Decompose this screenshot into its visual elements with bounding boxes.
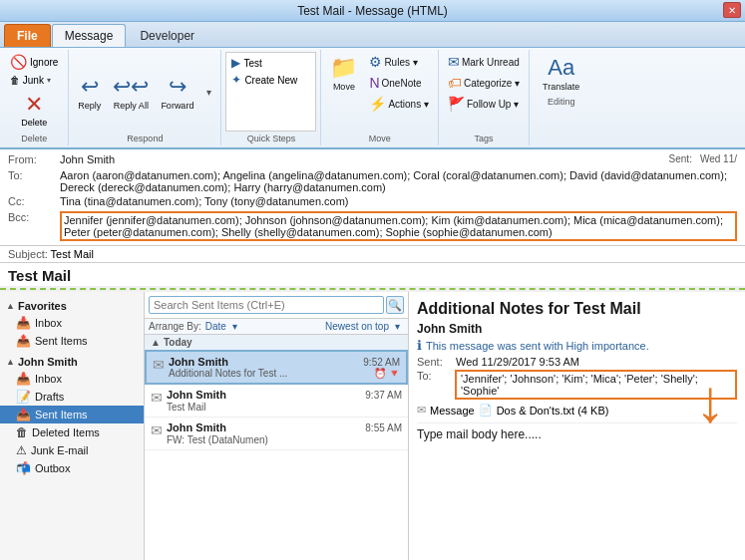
favorites-group[interactable]: ▲ Favorites	[0, 298, 144, 314]
tab-file[interactable]: File	[4, 24, 51, 47]
sidebar-item-js-inbox[interactable]: 📥 Inbox	[0, 370, 144, 388]
bcc-highlight: Jennifer (jennifer@datanumen.com); Johns…	[60, 211, 737, 241]
reminder-icon: ⏰	[374, 368, 386, 379]
mail-item-2-subject: FW: Test (DataNumen)	[167, 434, 268, 445]
favorites-arrow: ▲	[6, 301, 15, 311]
sidebar-item-js-drafts[interactable]: 📝 Drafts	[0, 388, 144, 406]
sidebar: ▲ Favorites 📥 Inbox 📤 Sent Items ▲ John …	[0, 292, 145, 560]
sidebar-item-sent-fav[interactable]: 📤 Sent Items	[0, 332, 144, 350]
quickstep-create-new[interactable]: ✦ Create New	[228, 72, 313, 88]
js-inbox-icon: 📥	[16, 372, 31, 386]
actions-button[interactable]: ⚡ Actions ▾	[364, 94, 434, 114]
close-button[interactable]: ✕	[723, 2, 741, 18]
mail-item-1-from: John Smith	[167, 389, 226, 401]
arrange-by-value: Date	[205, 321, 226, 332]
ribbon-group-move: 📁 Move ⚙ Rules ▾ N OneNote ⚡ Actions ▾	[321, 50, 439, 145]
ignore-button[interactable]: 🚫 Ignore	[6, 52, 62, 72]
create-new-icon: ✦	[231, 73, 241, 87]
sent-label: Sent:	[669, 153, 692, 164]
translate-label: Translate	[543, 82, 579, 92]
sidebar-item-js-outbox[interactable]: 📬 Outbox	[0, 459, 144, 477]
reading-pane: Additional Notes for Test Mail John Smit…	[409, 292, 745, 560]
mark-unread-icon: ✉	[448, 54, 460, 70]
main-layout: ▲ Favorites 📥 Inbox 📤 Sent Items ▲ John …	[0, 292, 745, 560]
reading-sent-row: Sent: Wed 11/29/2017 9:53 AM	[417, 356, 737, 368]
forward-icon: ↪	[169, 74, 186, 100]
rules-icon: ⚙	[369, 54, 382, 70]
newest-on-top[interactable]: Newest on top ▾	[325, 321, 404, 332]
sent-fav-label: Sent Items	[35, 335, 88, 347]
arrange-label: Arrange By:	[149, 321, 201, 332]
tab-developer[interactable]: Developer	[127, 24, 207, 47]
js-junk-icon: ⚠	[16, 443, 27, 457]
onenote-button[interactable]: N OneNote	[364, 73, 434, 93]
mail-item-0[interactable]: ✉ John Smith 9:52 AM Additional Notes fo…	[145, 350, 408, 385]
delete-group-label: Delete	[6, 134, 62, 143]
mail-item-0-from: John Smith	[169, 356, 228, 368]
rules-button[interactable]: ⚙ Rules ▾	[364, 52, 434, 72]
move-button[interactable]: 📁 Move	[325, 52, 362, 95]
newest-arrow: ▾	[395, 321, 400, 332]
ignore-label: Ignore	[30, 57, 58, 68]
john-smith-group[interactable]: ▲ John Smith	[0, 354, 144, 370]
middle-panel: 🔍 Arrange By: Date ▾ Newest on top ▾ ▲ T…	[145, 292, 409, 560]
today-label: Today	[164, 337, 192, 348]
follow-up-label: Follow Up ▾	[467, 99, 519, 110]
mail-item-1-icon: ✉	[151, 390, 163, 413]
mail-item-2[interactable]: ✉ John Smith 8:55 AM FW: Test (DataNumen…	[145, 418, 408, 450]
mail-item-2-body: John Smith 8:55 AM FW: Test (DataNumen)	[167, 421, 402, 445]
delete-button[interactable]: ✕ Delete	[6, 89, 62, 131]
reply-all-button[interactable]: ↩↩ Reply All	[108, 71, 154, 114]
sidebar-item-js-sent[interactable]: 📤 Sent Items	[0, 406, 144, 423]
to-label: To:	[8, 169, 60, 181]
respond-more-button[interactable]: ▾	[200, 84, 216, 101]
message-attach-icon: ✉	[417, 404, 426, 417]
tags-group-label: Tags	[443, 134, 525, 143]
email-header: From: John Smith Sent: Wed 11/ To: Aaron…	[0, 149, 745, 246]
attachment1-label: Message	[430, 405, 475, 417]
quickstep-test[interactable]: ▶ Test	[228, 55, 313, 71]
search-box: 🔍	[145, 292, 408, 319]
translate-icon: Aa	[548, 55, 574, 81]
follow-up-button[interactable]: 🚩 Follow Up ▾	[443, 94, 525, 114]
reading-to-label: To:	[417, 370, 451, 400]
reply-button[interactable]: ↩ Reply	[73, 71, 106, 114]
move-label: Move	[333, 82, 355, 92]
categorize-button[interactable]: 🏷 Categorize ▾	[443, 73, 525, 93]
arrange-dropdown[interactable]: Date ▾	[205, 321, 241, 332]
js-outbox-icon: 📬	[16, 461, 31, 475]
today-group: ▲ Today	[145, 335, 408, 350]
sidebar-item-inbox-fav[interactable]: 📥 Inbox	[0, 314, 144, 332]
mail-item-1[interactable]: ✉ John Smith 9:37 AM Test Mail	[145, 385, 408, 418]
js-sent-label: Sent Items	[35, 409, 88, 420]
categorize-icon: 🏷	[448, 75, 462, 91]
forward-label: Forward	[161, 101, 193, 111]
tab-message[interactable]: Message	[52, 24, 127, 47]
search-input[interactable]	[149, 296, 384, 314]
reading-to-row: To: 'Jennifer'; 'Johnson'; 'Kim'; 'Mica'…	[417, 370, 737, 400]
junk-button[interactable]: 🗑 Junk ▾	[6, 73, 62, 88]
subject-value: Test Mail	[51, 248, 94, 260]
search-button[interactable]: 🔍	[386, 296, 404, 314]
move-group-label: Move	[369, 134, 391, 143]
js-deleted-label: Deleted Items	[32, 426, 100, 438]
ribbon-group-delete: 🚫 Ignore 🗑 Junk ▾ ✕ Delete Delete	[0, 50, 69, 145]
mark-unread-button[interactable]: ✉ Mark Unread	[443, 52, 525, 72]
sidebar-item-js-junk[interactable]: ⚠ Junk E-mail	[0, 441, 144, 459]
importance-icon: ℹ	[417, 338, 422, 353]
follow-up-icon: 🚩	[448, 96, 465, 112]
flag-icon: 🔻	[388, 368, 400, 379]
js-drafts-icon: 📝	[16, 390, 31, 404]
cc-value: Tina (tina@datanumen.com); Tony (tony@da…	[60, 195, 737, 207]
translate-button[interactable]: Aa Translate	[538, 52, 584, 95]
ribbon-group-quicksteps: ▶ Test ✦ Create New Quick Steps	[221, 50, 321, 145]
title-bar: Test Mail - Message (HTML) ✕	[0, 0, 745, 22]
sidebar-item-js-deleted[interactable]: 🗑 Deleted Items	[0, 423, 144, 441]
inbox-fav-label: Inbox	[35, 317, 62, 329]
forward-button[interactable]: ↪ Forward	[156, 71, 198, 114]
arrange-bar: Arrange By: Date ▾ Newest on top ▾	[145, 319, 408, 335]
to-value: Aaron (aaron@datanumen.com); Angelina (a…	[60, 169, 737, 193]
dotted-divider	[0, 288, 745, 290]
delete-label: Delete	[21, 118, 47, 128]
create-new-label: Create New	[244, 75, 297, 86]
